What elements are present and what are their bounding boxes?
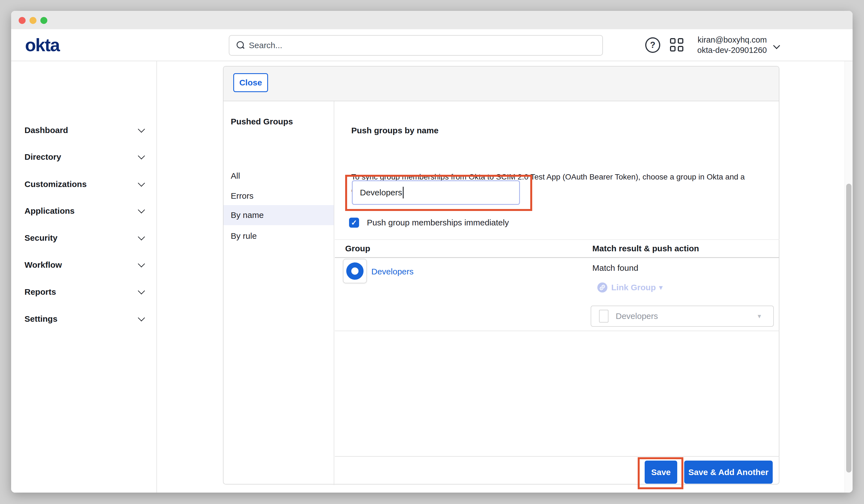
pushed-groups-subnav: Pushed Groups All Errors By name By rule <box>224 101 334 485</box>
chevron-down-icon <box>138 233 145 240</box>
user-menu[interactable]: kiran@boxyhq.com okta-dev-20901260 <box>697 35 767 56</box>
subnav-item-errors[interactable]: Errors <box>224 186 334 206</box>
sidebar-item-dashboard[interactable]: Dashboard <box>11 124 156 136</box>
user-menu-chevron-icon[interactable] <box>773 43 781 50</box>
push-immediately-row: ✓ Push group memberships immediately <box>349 217 509 228</box>
group-icon <box>346 262 363 280</box>
push-by-name-content: Push groups by name To sync group member… <box>335 101 779 485</box>
link-group-action[interactable]: Link Group ▾ <box>597 283 662 292</box>
search-placeholder: Search... <box>249 41 282 50</box>
group-name-input[interactable]: Developers <box>352 180 520 205</box>
target-group-select[interactable]: Developers ▾ <box>591 305 774 327</box>
footer-border <box>335 456 779 457</box>
group-name-input-value: Developers <box>360 188 402 197</box>
subnav-item-by-rule[interactable]: By rule <box>224 226 334 246</box>
subnav-item-all[interactable]: All <box>224 166 334 186</box>
chevron-down-icon <box>138 314 145 321</box>
window-titlebar <box>11 11 853 29</box>
okta-logo: okta <box>25 35 60 56</box>
window-zoom-dot[interactable] <box>40 17 47 24</box>
sidebar-item-applications[interactable]: Applications <box>11 205 156 217</box>
table-row-border <box>335 331 779 331</box>
subnav-title: Pushed Groups <box>231 117 293 127</box>
target-group-value: Developers <box>616 311 658 321</box>
group-avatar-card <box>343 259 367 283</box>
search-input[interactable]: Search... <box>229 35 603 56</box>
target-group-thumbnail-icon <box>599 310 609 323</box>
chevron-down-icon <box>138 287 145 294</box>
subnav-item-by-name[interactable]: By name <box>224 205 334 225</box>
browser-window: okta Search... ? kiran@boxyhq.com okta-d… <box>11 11 853 493</box>
chevron-down-icon <box>138 125 145 132</box>
save-button[interactable]: Save <box>645 460 677 484</box>
sidebar-item-workflow[interactable]: Workflow <box>11 259 156 271</box>
scrollbar-track[interactable] <box>844 61 853 493</box>
sidebar-nav: Dashboard Directory Customizations Appli… <box>11 61 157 493</box>
sidebar-item-customizations[interactable]: Customizations <box>11 178 156 190</box>
link-icon <box>597 283 607 292</box>
chevron-down-icon <box>138 260 145 267</box>
close-button[interactable]: Close <box>233 73 268 92</box>
search-icon <box>237 41 245 49</box>
link-group-label: Link Group <box>611 283 656 292</box>
push-groups-panel: Close Pushed Groups All Errors By name B… <box>223 66 779 484</box>
text-cursor <box>403 187 404 199</box>
help-icon[interactable]: ? <box>645 37 660 53</box>
link-group-caret-icon: ▾ <box>659 284 662 291</box>
panel-header: Close <box>224 67 779 101</box>
content-heading: Push groups by name <box>351 126 439 135</box>
window-close-dot[interactable] <box>19 17 26 24</box>
chevron-down-icon <box>138 152 145 159</box>
sidebar-item-reports[interactable]: Reports <box>11 286 156 298</box>
table-header-match-result: Match result & push action <box>592 244 699 253</box>
app-header: okta Search... ? kiran@boxyhq.com okta-d… <box>11 29 853 61</box>
scrollbar-thumb[interactable] <box>846 184 851 472</box>
sidebar-item-settings[interactable]: Settings <box>11 313 156 325</box>
user-org: okta-dev-20901260 <box>697 45 767 56</box>
table-top-border <box>335 239 779 240</box>
table-header-border <box>335 257 779 258</box>
group-name-link[interactable]: Developers <box>371 267 413 276</box>
match-status: Match found <box>592 263 638 273</box>
chevron-down-icon <box>138 206 145 213</box>
user-email: kiran@boxyhq.com <box>697 35 767 45</box>
sidebar-item-security[interactable]: Security <box>11 232 156 244</box>
chevron-down-icon <box>138 180 145 187</box>
table-header-group: Group <box>345 244 370 253</box>
push-immediately-label: Push group memberships immediately <box>367 218 509 227</box>
push-immediately-checkbox[interactable]: ✓ <box>349 218 359 228</box>
apps-grid-icon[interactable] <box>670 38 684 52</box>
sidebar-item-directory[interactable]: Directory <box>11 151 156 163</box>
window-minimize-dot[interactable] <box>29 17 36 24</box>
select-caret-icon: ▾ <box>758 312 761 320</box>
save-add-another-button[interactable]: Save & Add Another <box>684 460 773 484</box>
